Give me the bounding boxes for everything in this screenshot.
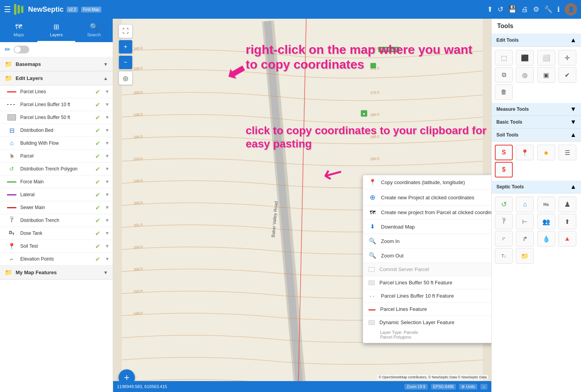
elevation-pts-expand[interactable]: ▼ — [105, 256, 110, 262]
tool-copy[interactable]: ⧉ — [495, 67, 513, 83]
building-flow-expand[interactable]: ▼ — [105, 140, 110, 146]
tool-triangle[interactable]: ▲ — [558, 231, 576, 247]
context-new-project[interactable]: ⊕ Create new Project at clicked coordina… — [363, 190, 491, 206]
dist-trench-toggle[interactable]: ✔ — [95, 217, 100, 224]
layer-item-soil-test[interactable]: 📍 Soil Test ✔ ▼ — [0, 240, 113, 253]
zoom-out-btn[interactable]: − — [119, 55, 133, 69]
tool-building-septic[interactable]: ⌂ — [516, 197, 534, 212]
dist-trench-poly-expand[interactable]: ▼ — [105, 166, 110, 172]
layer-item-elevation-pts[interactable]: ⌐ Elevation Points ✔ ▼ — [0, 253, 113, 266]
context-buffer-10[interactable]: - - Parcel Lines Buffer 10 ft Feature › — [363, 289, 491, 303]
force-main-expand[interactable]: ▼ — [105, 179, 110, 184]
dist-trench-poly-toggle[interactable]: ✔ — [95, 165, 100, 173]
layer-item-lateral[interactable]: Lateral ✔ ▼ — [0, 188, 113, 201]
info-icon[interactable]: ℹ — [557, 5, 560, 14]
map-area[interactable]: 340.0 348.0 350.0 346.0 344.0 316.0 348.… — [113, 19, 491, 392]
tool-text-down[interactable]: T↓ — [495, 248, 513, 264]
soil-tools-header[interactable]: Soil Tools ▲ — [492, 129, 581, 142]
tool-edit-shape[interactable]: ▣ — [537, 67, 555, 83]
edit-tools-header[interactable]: Edit Tools ▲ — [492, 34, 581, 47]
measure-tools-header[interactable]: Measure Tools ▼ — [492, 103, 581, 116]
layer-item-dist-trench-poly[interactable]: ↺ Distribution Trench Polygon ✔ ▼ — [0, 163, 113, 176]
layer-item-distribution-bed[interactable]: ⊟ Distribution Bed ✔ ▼ — [0, 124, 113, 137]
parcel-buffer-10-toggle[interactable]: ✔ — [95, 101, 100, 108]
tool-users[interactable]: 👥 — [537, 214, 555, 229]
dose-tank-expand[interactable]: ▼ — [105, 231, 110, 236]
settings-icon[interactable]: ⚙ — [533, 5, 539, 14]
avatar[interactable]: 👤 — [565, 3, 577, 16]
context-commit-parcel[interactable]: Commit Server Parcel — [363, 263, 491, 276]
soil-test-toggle[interactable]: ✔ — [95, 243, 100, 250]
zoom-in-btn[interactable]: + — [119, 40, 133, 54]
distribution-bed-expand[interactable]: ▼ — [105, 128, 110, 133]
tool-delete[interactable]: 🗑 — [495, 84, 513, 100]
home-badge[interactable]: ⌂ — [480, 384, 487, 390]
force-main-toggle[interactable]: ✔ — [95, 178, 100, 186]
tool-rotate[interactable]: ◎ — [516, 67, 534, 83]
lateral-toggle[interactable]: ✔ — [95, 191, 100, 199]
tool-turn[interactable]: ↱ — [516, 231, 534, 247]
soil-test-expand[interactable]: ▼ — [105, 243, 110, 249]
layer-item-force-main[interactable]: Force Main ✔ ▼ — [0, 176, 113, 188]
tool-soil-pin[interactable]: 📍 — [516, 145, 534, 160]
visibility-toggle[interactable] — [14, 46, 29, 53]
parcel-expand[interactable]: ▼ — [105, 153, 110, 159]
tool-soil-circle[interactable]: ● — [537, 145, 555, 160]
fullscreen-btn[interactable]: ⛶ — [119, 24, 133, 38]
tool-force-main-septic[interactable]: ↺ — [495, 197, 513, 212]
layer-item-parcel-lines[interactable]: Parcel Lines ✔ ▼ — [0, 85, 113, 98]
context-buffer-50[interactable]: Parcel Lines Buffer 50 ft Feature › — [363, 276, 491, 289]
tool-confirm[interactable]: ✔ — [558, 67, 576, 83]
my-map-features-section[interactable]: 📁 My Map Features ▼ — [0, 266, 113, 280]
tool-trench-septic[interactable]: T — [495, 214, 513, 229]
basic-tools-header[interactable]: Basic Tools ▼ — [492, 116, 581, 129]
refresh-icon[interactable]: ↺ — [498, 5, 503, 14]
tool-select-box[interactable]: ⬛ — [516, 50, 534, 66]
share-icon[interactable]: ⬆ — [487, 5, 493, 14]
layer-item-dose-tank[interactable]: DT Dose Tank ✔ ▼ — [0, 227, 113, 240]
sewer-main-toggle[interactable]: ✔ — [95, 204, 100, 211]
parcel-buffer-50-expand[interactable]: ▼ — [105, 115, 110, 120]
tool-select-rect[interactable]: ⬚ — [495, 50, 513, 66]
edit-layers-section[interactable]: 📁 Edit Layers ▲ — [0, 71, 113, 85]
tool-soil-s[interactable]: S — [495, 145, 513, 160]
tab-search[interactable]: 🔍 Search — [75, 19, 113, 42]
layer-item-parcel-buffer-10[interactable]: Parcel Lines Buffer 10 ft ✔ ▼ — [0, 98, 113, 111]
layer-item-building-flow[interactable]: ⌂ Building With Flow ✔ ▼ — [0, 137, 113, 150]
layer-item-dist-trench[interactable]: T Distribution Trench ✔ ▼ — [0, 214, 113, 227]
context-new-project-parcel[interactable]: 🗺 Create new project from Parcel at clic… — [363, 206, 491, 220]
septic-tools-header[interactable]: Septic Tools ▲ — [492, 181, 581, 193]
elevation-pts-toggle[interactable]: ✔ — [95, 255, 100, 263]
context-copy-coords[interactable]: 📍 Copy coordinates (latitude, longitude) — [363, 175, 491, 190]
tool-septic4[interactable]: ♟ — [558, 197, 576, 212]
tool-soil-list[interactable]: ☰ — [558, 145, 576, 160]
basemaps-section[interactable]: 📁 Basemaps ▼ — [0, 57, 113, 71]
context-dynamic-selection[interactable]: Dynamic Selection Layer Feature › Layer … — [363, 316, 491, 343]
context-download-map[interactable]: ⬇ Download Map — [363, 220, 491, 234]
lateral-expand[interactable]: ▼ — [105, 192, 110, 197]
hamburger-icon[interactable]: ☰ — [4, 5, 11, 14]
parcel-toggle[interactable]: ✔ — [95, 153, 100, 160]
layer-item-parcel[interactable]: 🖱 Parcel ✔ ▼ — [0, 150, 113, 163]
tool-move[interactable]: ✛ — [558, 50, 576, 66]
dose-tank-toggle[interactable]: ✔ — [95, 230, 100, 237]
tool-folder-septic[interactable]: 📁 — [516, 248, 534, 264]
context-parcel-lines[interactable]: Parcel Lines Feature › — [363, 303, 491, 316]
tab-maps[interactable]: 🗺 Maps — [0, 19, 37, 42]
layer-item-parcel-buffer-50[interactable]: Parcel Lines Buffer 50 ft ✔ ▼ — [0, 111, 113, 124]
tool-dose-septic[interactable]: 💧 — [537, 231, 555, 247]
parcel-buffer-10-expand[interactable]: ▼ — [105, 102, 110, 107]
print-icon[interactable]: 🖨 — [521, 5, 528, 14]
building-flow-toggle[interactable]: ✔ — [95, 140, 100, 147]
parcel-buffer-50-toggle[interactable]: ✔ — [95, 114, 100, 121]
tool-soil-dollar[interactable]: $ — [495, 162, 513, 177]
tool-lateral-septic[interactable]: ⊢ — [516, 214, 534, 229]
dist-trench-expand[interactable]: ▼ — [105, 218, 110, 223]
location-btn[interactable]: ◎ — [119, 71, 133, 85]
edit-layers-icon[interactable]: ✏ — [5, 45, 11, 54]
sewer-main-expand[interactable]: ▼ — [105, 205, 110, 210]
tab-layers[interactable]: ⊞ Layers — [37, 19, 75, 42]
context-zoom-out[interactable]: 🔍 Zoom Out — [363, 248, 491, 263]
save-icon[interactable]: 💾 — [508, 5, 517, 14]
parcel-lines-toggle[interactable]: ✔ — [95, 88, 100, 96]
